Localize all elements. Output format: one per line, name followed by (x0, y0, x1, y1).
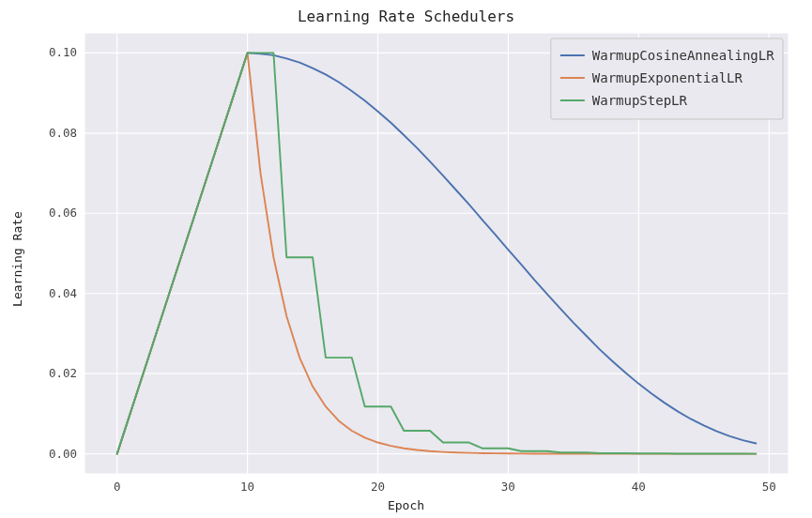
chart-title: Learning Rate Schedulers (0, 8, 812, 25)
svg-text:40: 40 (632, 480, 646, 494)
legend-item-WarmupExponentialLR: WarmupExponentialLR (592, 70, 743, 85)
svg-text:20: 20 (371, 480, 385, 494)
y-axis-label: Learning Rate (10, 211, 24, 307)
x-axis-label: Epoch (0, 498, 812, 512)
svg-text:10: 10 (240, 480, 254, 494)
legend-item-WarmupStepLR: WarmupStepLR (592, 93, 688, 108)
svg-text:0.06: 0.06 (49, 206, 77, 220)
svg-text:0: 0 (114, 480, 121, 494)
legend-item-WarmupCosineAnnealingLR: WarmupCosineAnnealingLR (592, 48, 774, 63)
svg-text:0.00: 0.00 (49, 447, 77, 461)
x-ticks: 01020304050 (114, 480, 776, 494)
legend: WarmupCosineAnnealingLRWarmupExponential… (551, 38, 783, 119)
svg-text:0.04: 0.04 (49, 286, 77, 300)
svg-text:50: 50 (762, 480, 776, 494)
svg-text:0.02: 0.02 (49, 366, 77, 380)
svg-text:0.08: 0.08 (49, 126, 77, 140)
chart-figure: Learning Rate Schedulers Learning Rate E… (0, 0, 812, 518)
svg-text:30: 30 (501, 480, 515, 494)
plot-area: 01020304050 0.000.020.040.060.080.10 War… (84, 33, 789, 474)
svg-text:0.10: 0.10 (49, 45, 77, 59)
chart-svg: 01020304050 0.000.020.040.060.080.10 War… (84, 33, 789, 474)
y-ticks: 0.000.020.040.060.080.10 (49, 45, 77, 460)
